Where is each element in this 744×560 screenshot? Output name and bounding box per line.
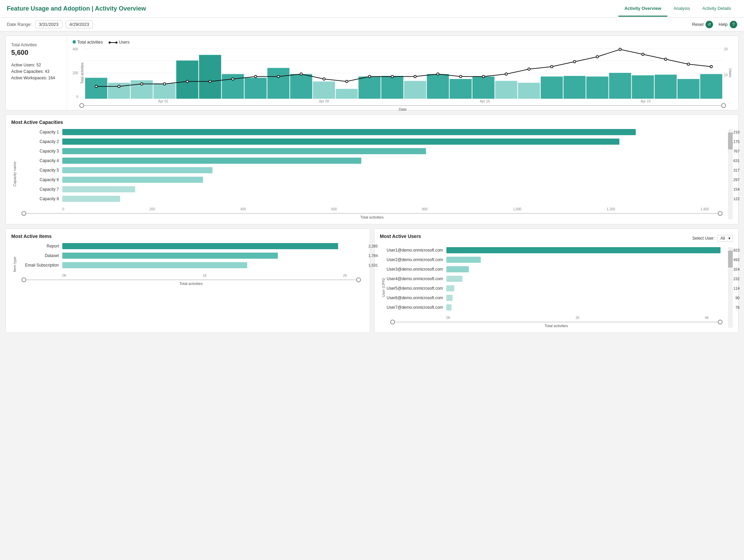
svg-rect-25 [541, 77, 563, 99]
items-slider-left[interactable] [21, 277, 26, 282]
svg-rect-26 [564, 76, 586, 99]
help-label: Help [718, 22, 728, 27]
total-activities-label: Total Activities [11, 43, 61, 47]
capacity-y-label: Capacity name [11, 129, 18, 219]
bar-track: 767 [62, 148, 726, 154]
list-item: Capacity 21,175 [18, 139, 726, 145]
bar-value: 2,285 [368, 243, 378, 249]
svg-rect-23 [495, 81, 517, 99]
bar-label: User3@demo.onmicrosoft.com [387, 267, 446, 272]
users-chart-wrapper: User (UPN) User1@demo.onmicrosoft.com3,9… [380, 247, 733, 328]
svg-point-38 [209, 80, 211, 83]
users-scrollbar[interactable] [728, 247, 733, 328]
svg-point-49 [459, 75, 462, 78]
list-item: Capacity 11,210 [18, 129, 726, 135]
total-activities-value: 5,600 [11, 49, 61, 57]
bar-value: 492 [733, 257, 740, 263]
bar-track: 492 [446, 257, 726, 263]
bar-label: Capacity 2 [18, 139, 62, 144]
bar-value: 767 [733, 148, 740, 154]
bar-value: 317 [733, 167, 740, 173]
time-chart-area: Total activities Users 4002000 Total act… [67, 36, 738, 110]
date-start[interactable]: 3/31/2023 [35, 20, 62, 28]
select-user-dropdown[interactable]: All ▾ [717, 235, 733, 242]
reset-button[interactable]: Reset ↺ [692, 21, 713, 28]
select-user-label: Select User: [692, 236, 714, 241]
capacity-bar-chart: Capacity 11,210Capacity 21,175Capacity 3… [18, 129, 726, 205]
svg-rect-16 [336, 89, 358, 99]
time-chart-slider[interactable] [76, 105, 729, 106]
bar-track: 76 [446, 304, 726, 310]
list-item: Dataset1,784 [18, 253, 364, 259]
capacity-scrollbar[interactable] [728, 129, 733, 219]
chevron-down-icon: ▾ [728, 236, 730, 241]
svg-point-46 [391, 75, 393, 78]
capacity-slider-right[interactable] [718, 211, 723, 216]
users-slider-left[interactable] [390, 320, 395, 324]
tab-analysis[interactable]: Analysis [667, 1, 696, 17]
y-axis-left: 4002000 [73, 47, 80, 99]
users-slider-right[interactable] [718, 320, 723, 324]
bar-track: 1,531 [62, 262, 364, 268]
items-slider-right[interactable] [356, 277, 361, 282]
bar-value: 114 [733, 285, 740, 291]
users-x-label: Total activities [387, 324, 726, 328]
app-title: Feature Usage and Adoption | Activity Ov… [7, 5, 146, 12]
svg-rect-19 [404, 81, 426, 99]
main-content: Total Activities 5,600 Active Users: 52 … [0, 31, 744, 337]
users-section: Most Active Users Select User: All ▾ Use… [374, 228, 739, 333]
items-section-title: Most Active Items [11, 234, 364, 239]
date-range-label: Date Range: [7, 22, 32, 27]
bar-label: Dataset [18, 253, 62, 258]
help-button[interactable]: Help ? [718, 21, 737, 28]
tab-activity-details[interactable]: Activity Details [696, 1, 737, 17]
capacity-slider[interactable] [18, 213, 726, 214]
slider-left[interactable] [79, 103, 84, 108]
users-slider[interactable] [387, 322, 726, 322]
total-activities-group: Total Activities 5,600 [11, 43, 61, 57]
capacity-chart-wrapper: Capacity name Capacity 11,210Capacity 21… [11, 129, 733, 219]
capacity-slider-track [21, 213, 723, 214]
svg-point-48 [437, 73, 439, 75]
items-x-ticks: 0K1K2K [62, 274, 347, 277]
svg-rect-31 [677, 79, 699, 99]
bar-fill [62, 262, 247, 268]
tab-activity-overview[interactable]: Activity Overview [618, 1, 667, 17]
bar-label: Capacity 5 [18, 168, 62, 173]
users-bar-chart: User1@demo.onmicrosoft.com3,923User2@dem… [387, 247, 726, 314]
bar-fill [446, 266, 469, 272]
list-item: User6@demo.onmicrosoft.com90 [387, 295, 726, 301]
svg-rect-22 [472, 77, 494, 99]
slider-right[interactable] [721, 103, 726, 108]
date-end[interactable]: 4/29/2023 [66, 20, 93, 28]
capacity-chart-main: Capacity 11,210Capacity 21,175Capacity 3… [18, 129, 726, 219]
bar-value: 297 [733, 177, 740, 183]
legend-users: Users [110, 40, 130, 45]
bar-fill [62, 167, 212, 173]
bottom-row: Most Active Items Item type Report2,285D… [5, 228, 739, 333]
bar-fill [62, 158, 361, 164]
list-item: Capacity 3767 [18, 148, 726, 154]
select-user-value: All [721, 236, 725, 241]
bar-track: 114 [446, 285, 726, 291]
bar-fill [446, 285, 454, 291]
users-x-ticks: 0K2K4K [446, 316, 709, 320]
svg-point-57 [642, 53, 644, 55]
bar-label: Report [18, 244, 62, 249]
svg-rect-14 [290, 74, 312, 99]
time-chart-svg [85, 47, 723, 99]
svg-rect-32 [700, 74, 722, 99]
capacity-slider-left[interactable] [21, 211, 26, 216]
svg-point-60 [710, 65, 712, 68]
legend-total: Total activities [73, 40, 103, 45]
svg-point-39 [232, 78, 234, 80]
users-y-label: User (UPN) [380, 247, 387, 328]
bar-label: Email Subscription [18, 263, 62, 268]
bar-track: 297 [62, 177, 726, 183]
items-slider[interactable] [18, 279, 364, 280]
svg-point-52 [528, 68, 530, 70]
bar-label: Capacity 6 [18, 177, 62, 182]
bar-value: 1,531 [368, 262, 378, 268]
bar-fill [62, 129, 636, 135]
bar-fill [62, 148, 426, 154]
